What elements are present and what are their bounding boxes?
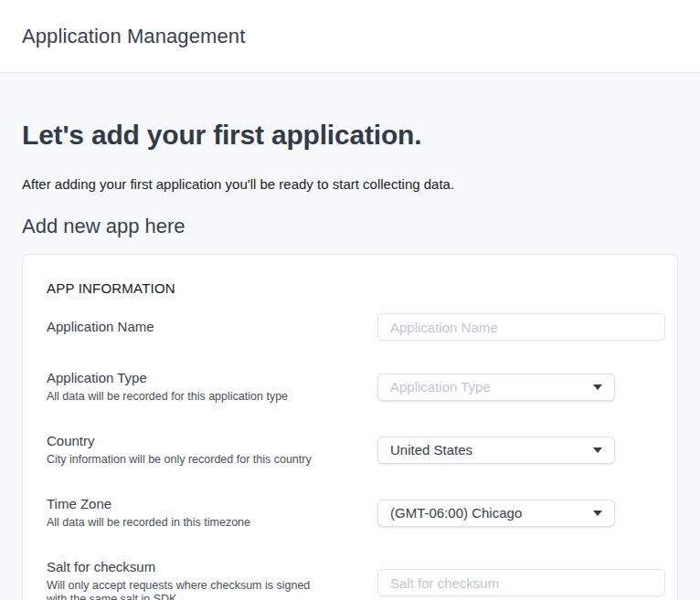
form-row-application-name: Application Name xyxy=(47,313,663,341)
application-name-input[interactable] xyxy=(377,313,665,341)
add-app-heading: Add new app here xyxy=(22,214,678,238)
country-label: Country xyxy=(47,433,359,449)
form-row-application-type: Application Type All data will be record… xyxy=(47,370,663,404)
country-select-value: United States xyxy=(390,442,472,458)
control-column: United States xyxy=(377,437,665,464)
time-zone-select[interactable]: (GMT-06:00) Chicago xyxy=(377,500,615,527)
chevron-down-icon xyxy=(593,511,602,516)
time-zone-select-value: (GMT-06:00) Chicago xyxy=(390,505,522,521)
chevron-down-icon xyxy=(593,447,602,453)
form-row-salt-for-checksum: Salt for checksum Will only accept reque… xyxy=(47,559,663,600)
label-column: Country City information will be only re… xyxy=(47,433,377,467)
control-column: Application Type xyxy=(377,374,665,401)
salt-for-checksum-helper: Will only accept requests where checksum… xyxy=(47,579,321,600)
application-type-select[interactable]: Application Type xyxy=(377,374,615,401)
application-name-label: Application Name xyxy=(47,319,359,335)
time-zone-label: Time Zone xyxy=(47,496,359,512)
form-row-country: Country City information will be only re… xyxy=(47,433,663,467)
control-column xyxy=(377,313,665,341)
label-column: Time Zone All data will be recorded in t… xyxy=(47,496,377,530)
label-column: Application Type All data will be record… xyxy=(47,370,377,404)
chevron-down-icon xyxy=(593,384,602,390)
application-type-select-value: Application Type xyxy=(390,379,491,395)
page-body: Let's add your first application. After … xyxy=(0,119,700,600)
application-type-label: Application Type xyxy=(47,370,359,386)
label-column: Application Name xyxy=(47,319,377,335)
label-column: Salt for checksum Will only accept reque… xyxy=(47,559,377,600)
page-title: Application Management xyxy=(22,25,245,48)
salt-for-checksum-label: Salt for checksum xyxy=(47,559,359,575)
control-column xyxy=(377,569,665,596)
salt-for-checksum-input[interactable] xyxy=(377,569,665,596)
country-helper: City information will be only recorded f… xyxy=(47,453,359,467)
time-zone-helper: All data will be recorded in this timezo… xyxy=(47,516,359,530)
intro-heading: Let's add your first application. xyxy=(22,119,678,152)
control-column: (GMT-06:00) Chicago xyxy=(377,500,665,527)
app-form-card: APP INFORMATION Application Name Applica… xyxy=(22,254,678,600)
application-type-helper: All data will be recorded for this appli… xyxy=(47,390,359,404)
country-select[interactable]: United States xyxy=(377,437,615,464)
intro-subtext: After adding your first application you'… xyxy=(22,175,678,194)
app-header: Application Management xyxy=(0,0,700,73)
card-section-title: APP INFORMATION xyxy=(47,280,663,296)
form-row-time-zone: Time Zone All data will be recorded in t… xyxy=(47,496,663,530)
